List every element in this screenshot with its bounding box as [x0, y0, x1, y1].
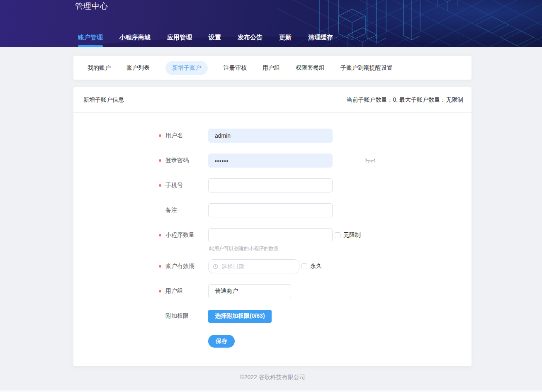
toggle-password-visibility[interactable] [365, 157, 376, 164]
copyright-footer: ©2022 谷歌科技有限公司 [73, 374, 472, 381]
password-input[interactable] [208, 153, 333, 168]
main-content: 我的账户 账户列表 新增子账户 注册审核 用户组 权限套餐组 子账户到期提醒设置… [73, 56, 472, 381]
required-dot [159, 234, 161, 236]
subnav-permission-package-group[interactable]: 权限套餐组 [296, 61, 325, 75]
validity-label-col: 账户有效期 [73, 259, 208, 273]
nav-tab-account-management[interactable]: 账户管理 [78, 30, 103, 47]
validity-label: 账户有效期 [165, 263, 194, 270]
save-button[interactable]: 保存 [208, 335, 235, 348]
permanent-checkbox-label[interactable]: 永久 [310, 263, 322, 270]
form-row-extra-permissions: 附加权限 选择附加权限(0/63) [73, 309, 472, 323]
user-group-label-col: 用户组 [73, 284, 208, 298]
required-dot [159, 184, 161, 187]
phone-label: 手机号 [165, 182, 183, 189]
nav-tab-settings[interactable]: 设置 [209, 30, 221, 47]
nav-tab-announcements[interactable]: 发布公告 [238, 30, 262, 47]
form-row-username: 用户名 [73, 129, 472, 143]
username-label: 用户名 [165, 132, 183, 139]
extra-permissions-label-col: 附加权限 [73, 309, 208, 323]
form-row-user-group: 用户组 普通商户 [73, 284, 472, 298]
password-label: 登录密码 [165, 157, 189, 164]
unlimited-checkbox-label[interactable]: 无限制 [343, 231, 361, 239]
remark-label-col: 备注 [73, 203, 208, 217]
required-dot [159, 290, 161, 292]
password-label-col: 登录密码 [73, 153, 208, 168]
validity-date-input[interactable] [221, 263, 295, 270]
miniapp-count-label: 小程序数量 [165, 231, 194, 239]
form-row-validity: 账户有效期 永久 [73, 259, 472, 273]
bottom-divider-strip [0, 390, 542, 392]
select-extra-permissions-button[interactable]: 选择附加权限(0/63) [208, 310, 272, 323]
phone-input[interactable] [208, 178, 333, 192]
miniapp-count-stack: 无限制 此用户可以创建的小程序的数量 [208, 228, 361, 252]
subnav-my-account[interactable]: 我的账户 [87, 61, 111, 75]
form-row-miniapp-count: 小程序数量 无限制 此用户可以创建的小程序的数量 [73, 228, 472, 252]
page: 管理中心 账户管理 小程序商城 应用管理 设置 发布公告 更新 清理缓存 我的账… [0, 0, 542, 381]
subaccount-stats: 当前子账户数量：0, 最大子账户数量：无限制 [346, 96, 463, 104]
user-group-label: 用户组 [165, 287, 183, 295]
card-title: 新增子账户信息 [83, 96, 124, 104]
save-row: 保存 [73, 335, 472, 348]
page-title: 管理中心 [75, 1, 108, 12]
app-header: 管理中心 账户管理 小程序商城 应用管理 设置 发布公告 更新 清理缓存 [0, 0, 542, 47]
user-group-select[interactable]: 普通商户 [208, 284, 291, 298]
form-body: 用户名 登录密码 [73, 113, 472, 348]
nav-tab-miniapp-store[interactable]: 小程序商城 [119, 30, 151, 47]
main-nav: 账户管理 小程序商城 应用管理 设置 发布公告 更新 清理缓存 [78, 30, 333, 47]
required-dot [159, 134, 161, 137]
miniapp-count-label-col: 小程序数量 [73, 228, 208, 242]
extra-permissions-label: 附加权限 [165, 312, 189, 320]
subnav-registration-review[interactable]: 注册审核 [224, 61, 247, 75]
subnav-user-group[interactable]: 用户组 [262, 61, 280, 75]
form-row-phone: 手机号 [73, 178, 472, 192]
subnav-subaccount-expiry-reminder[interactable]: 子账户到期提醒设置 [340, 61, 393, 75]
subnav-card: 我的账户 账户列表 新增子账户 注册审核 用户组 权限套餐组 子账户到期提醒设置 [73, 56, 472, 80]
miniapp-count-input[interactable] [208, 228, 333, 242]
form-row-remark: 备注 [73, 203, 472, 217]
nav-tab-clear-cache[interactable]: 清理缓存 [308, 30, 333, 47]
validity-date-picker[interactable] [208, 259, 299, 273]
add-subaccount-form-card: 新增子账户信息 当前子账户数量：0, 最大子账户数量：无限制 用户名 登 [73, 87, 472, 366]
miniapp-count-line: 无限制 [208, 228, 361, 242]
nav-tab-update[interactable]: 更新 [279, 30, 292, 47]
remark-label: 备注 [165, 207, 177, 214]
required-dot [159, 159, 161, 162]
username-label-col: 用户名 [73, 129, 208, 143]
miniapp-count-helper: 此用户可以创建的小程序的数量 [208, 245, 361, 252]
unlimited-checkbox[interactable] [335, 232, 340, 238]
nav-tab-app-management[interactable]: 应用管理 [167, 30, 192, 47]
required-dot [159, 265, 161, 268]
phone-label-col: 手机号 [73, 178, 208, 192]
eye-closed-icon [365, 157, 376, 164]
subnav-add-subaccount[interactable]: 新增子账户 [165, 61, 208, 75]
permanent-checkbox[interactable] [301, 263, 307, 269]
form-row-password: 登录密码 [73, 153, 472, 168]
username-input[interactable] [208, 129, 333, 143]
remark-input[interactable] [208, 203, 333, 217]
card-header: 新增子账户信息 当前子账户数量：0, 最大子账户数量：无限制 [73, 87, 472, 113]
user-group-selected-value: 普通商户 [215, 287, 238, 295]
clock-icon [213, 263, 218, 270]
subnav-account-list[interactable]: 账户列表 [126, 61, 150, 75]
